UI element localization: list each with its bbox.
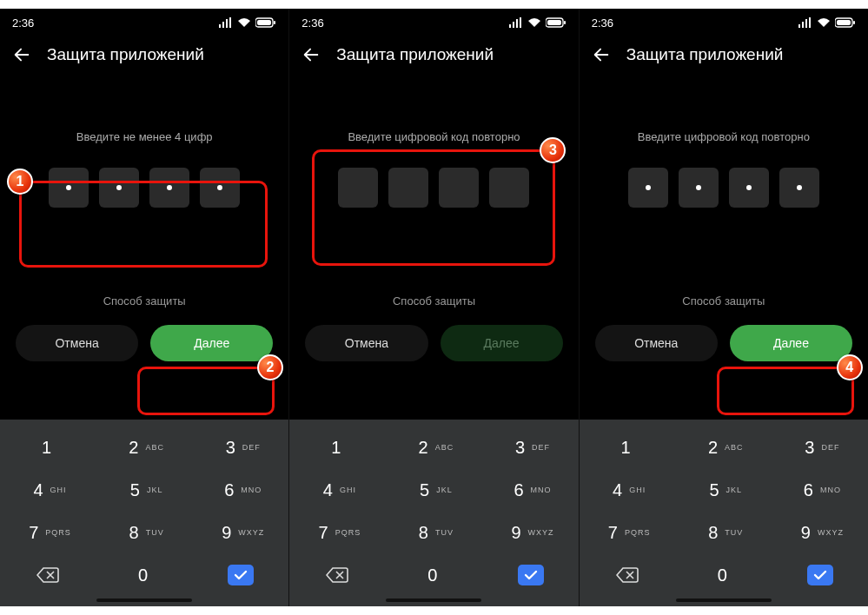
status-time: 2:36	[12, 17, 34, 30]
keypad-key-6[interactable]: 6MNO	[483, 469, 579, 511]
battery-icon	[835, 17, 856, 28]
page-title: Защита приложений	[47, 45, 204, 64]
cancel-button[interactable]: Отмена	[305, 325, 427, 361]
next-button[interactable]: Далее	[150, 325, 273, 361]
keypad-key-7[interactable]: 7PQRS	[0, 512, 96, 553]
keypad-backspace[interactable]	[580, 554, 675, 596]
protection-method-label[interactable]: Способ защиты	[580, 294, 868, 308]
keypad-key-8[interactable]: 8TUV	[96, 512, 192, 553]
keypad-key-2[interactable]: 2ABC	[96, 427, 192, 468]
pin-dot-icon	[66, 185, 71, 190]
pin-box	[388, 168, 428, 208]
keypad-confirm[interactable]	[772, 554, 868, 596]
back-arrow-icon[interactable]	[301, 45, 321, 64]
svg-rect-16	[805, 19, 807, 28]
keypad-key-7[interactable]: 7PQRS	[580, 512, 675, 553]
keypad-key-4[interactable]: 4GHI	[0, 469, 96, 511]
keypad-key-4[interactable]: 4GHI	[289, 469, 385, 511]
pin-input-row	[338, 168, 529, 208]
status-bar: 2:36	[289, 9, 578, 33]
svg-rect-19	[837, 20, 851, 25]
numeric-keypad: 12ABC3DEF4GHI5JKL6MNO7PQRS8TUV9WXYZ 0	[289, 420, 578, 606]
pin-box	[338, 168, 378, 208]
pin-box	[628, 168, 668, 208]
backspace-icon	[616, 566, 639, 584]
pin-dot-icon	[696, 185, 701, 190]
cancel-button[interactable]: Отмена	[16, 325, 138, 361]
status-time: 2:36	[592, 17, 613, 30]
prompt-area: Введите цифровой код повторно	[289, 130, 578, 208]
keypad-key-5[interactable]: 5JKL	[96, 469, 192, 511]
keypad-key-9[interactable]: 9WXYZ	[193, 512, 288, 553]
keypad-key-3[interactable]: 3DEF	[193, 427, 288, 468]
annotation-highlight-4	[717, 367, 854, 415]
keypad-key-6[interactable]: 6MNO	[193, 469, 288, 511]
svg-rect-3	[229, 17, 231, 28]
keypad-key-1[interactable]: 1	[0, 427, 96, 468]
phone-screen-1: 2:36 Защита приложений Введите не менее …	[0, 9, 288, 606]
svg-rect-20	[853, 21, 855, 24]
keypad-key-7[interactable]: 7PQRS	[289, 512, 385, 553]
numeric-keypad: 12ABC3DEF4GHI5JKL6MNO7PQRS8TUV9WXYZ 0	[0, 420, 288, 606]
keypad-key-9[interactable]: 9WXYZ	[483, 512, 579, 553]
check-icon	[518, 565, 544, 585]
pin-input-row	[49, 168, 240, 208]
pin-box	[200, 168, 240, 208]
back-arrow-icon[interactable]	[12, 45, 31, 64]
check-icon	[807, 565, 833, 585]
annotation-highlight-2	[137, 367, 275, 415]
keypad-key-5[interactable]: 5JKL	[386, 469, 481, 511]
keypad-backspace[interactable]	[289, 554, 385, 596]
keypad-key-6[interactable]: 6MNO	[772, 469, 868, 511]
button-row: Отмена Далее	[580, 325, 868, 361]
app-header: Защита приложений	[580, 33, 868, 71]
keypad-key-2[interactable]: 2ABC	[676, 427, 772, 468]
wifi-icon	[817, 17, 831, 28]
next-button[interactable]: Далее	[730, 325, 852, 361]
pin-dot-icon	[797, 185, 802, 190]
app-header: Защита приложений	[0, 33, 288, 71]
keypad-backspace[interactable]	[0, 554, 96, 596]
nav-handle-icon	[386, 598, 481, 602]
nav-handle-icon	[676, 598, 772, 602]
keypad-key-0[interactable]: 0	[386, 554, 481, 596]
keypad-key-5[interactable]: 5JKL	[676, 469, 772, 511]
keypad-key-4[interactable]: 4GHI	[580, 469, 675, 511]
prompt-area: Введите не менее 4 цифр	[0, 130, 288, 208]
keypad-key-1[interactable]: 1	[289, 427, 385, 468]
phone-screen-3: 2:36 Защита приложений Введите цифровой …	[579, 9, 868, 606]
prompt-area: Введите цифровой код повторно	[580, 130, 868, 208]
keypad-key-0[interactable]: 0	[96, 554, 192, 596]
keypad-key-1[interactable]: 1	[580, 427, 675, 468]
protection-method-label[interactable]: Способ защиты	[0, 294, 288, 308]
prompt-text: Введите цифровой код повторно	[348, 130, 520, 143]
keypad-key-3[interactable]: 3DEF	[483, 427, 579, 468]
keypad-key-2[interactable]: 2ABC	[386, 427, 481, 468]
keypad-key-8[interactable]: 8TUV	[676, 512, 772, 553]
keypad-key-9[interactable]: 9WXYZ	[772, 512, 868, 553]
keypad-key-3[interactable]: 3DEF	[772, 427, 868, 468]
status-bar: 2:36	[0, 9, 288, 33]
svg-rect-0	[219, 24, 221, 28]
keypad-confirm[interactable]	[193, 554, 288, 596]
svg-rect-6	[274, 21, 275, 24]
pin-dot-icon	[746, 185, 752, 190]
pin-box	[439, 168, 479, 208]
keypad-key-0[interactable]: 0	[676, 554, 772, 596]
protection-method-label[interactable]: Способ защиты	[289, 294, 578, 308]
keypad-key-8[interactable]: 8TUV	[386, 512, 481, 553]
signal-icon	[509, 17, 523, 28]
button-row: Отмена Далее	[0, 325, 288, 361]
next-button: Далее	[441, 325, 563, 361]
svg-rect-2	[226, 19, 228, 28]
battery-icon	[546, 17, 567, 28]
back-arrow-icon[interactable]	[592, 45, 611, 64]
app-header: Защита приложений	[289, 33, 578, 71]
battery-icon	[255, 17, 276, 28]
prompt-text: Введите не менее 4 цифр	[76, 130, 213, 143]
cancel-button[interactable]: Отмена	[595, 325, 718, 361]
svg-rect-15	[802, 22, 804, 28]
page-title: Защита приложений	[336, 45, 494, 64]
pin-dot-icon	[167, 185, 172, 190]
keypad-confirm[interactable]	[483, 554, 579, 596]
